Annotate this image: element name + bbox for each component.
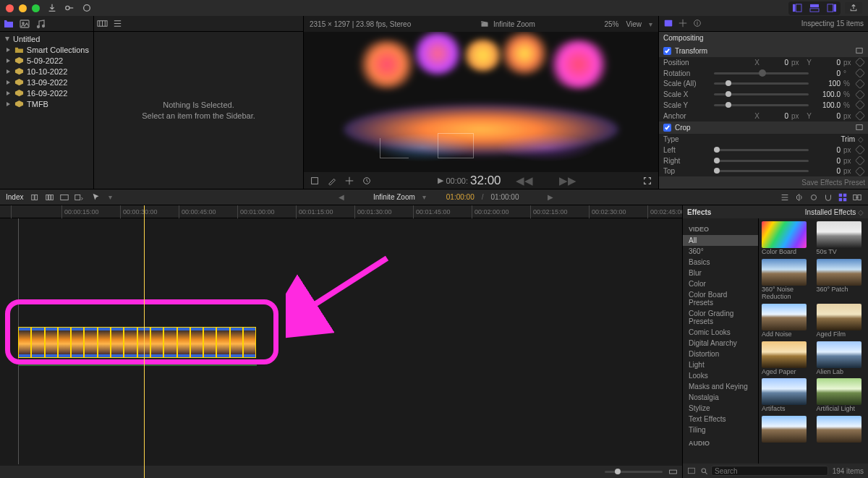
timeline-clip[interactable] bbox=[163, 327, 176, 358]
timeline-clip[interactable] bbox=[230, 327, 243, 358]
effects-category[interactable]: Color Board Presets bbox=[683, 289, 758, 308]
sidebar-item[interactable]: 5-09-2022 bbox=[3, 55, 90, 66]
effect-item[interactable]: Artifacts bbox=[762, 378, 811, 413]
viewer-canvas[interactable] bbox=[304, 32, 658, 172]
transform-tool-icon[interactable] bbox=[310, 176, 320, 186]
section-transform[interactable]: Transform bbox=[659, 44, 868, 57]
timeline-clip[interactable] bbox=[216, 327, 229, 358]
effects-category[interactable]: Stylize bbox=[683, 403, 758, 414]
effect-item[interactable]: Aged Film bbox=[817, 304, 866, 338]
effect-item[interactable]: 50s TV bbox=[817, 221, 866, 256]
timeline[interactable]: 00:00:15:0000:00:30:0000:00:45:0000:01:0… bbox=[0, 205, 682, 478]
select-tool-icon[interactable] bbox=[91, 192, 101, 202]
timeline-clip[interactable] bbox=[177, 327, 190, 358]
library-root[interactable]: Untitled bbox=[3, 33, 90, 44]
playhead[interactable] bbox=[144, 205, 145, 478]
selected-clips[interactable] bbox=[18, 327, 256, 359]
timeline-clip[interactable] bbox=[111, 327, 124, 358]
zoom-level[interactable]: 25% bbox=[604, 20, 618, 28]
clip-appearance-icon[interactable] bbox=[30, 192, 41, 202]
effect-item[interactable]: Color Board bbox=[762, 221, 811, 256]
crop-checkbox[interactable] bbox=[663, 124, 671, 132]
video-inspector-icon[interactable] bbox=[663, 18, 673, 28]
clip-appearance-menu[interactable] bbox=[74, 192, 84, 202]
close-window[interactable] bbox=[6, 4, 14, 12]
transitions-browser-icon[interactable] bbox=[852, 192, 862, 202]
filmstrip-view-icon[interactable] bbox=[97, 18, 108, 29]
effect-item[interactable]: Aged Paper bbox=[762, 341, 811, 376]
effect-item[interactable]: Alien Lab bbox=[817, 341, 866, 376]
effects-category[interactable]: Basics bbox=[683, 257, 758, 268]
effects-browser-icon[interactable] bbox=[838, 192, 848, 202]
library-icon[interactable] bbox=[3, 18, 14, 30]
effects-category[interactable]: Nostalgia bbox=[683, 392, 758, 403]
transform-checkbox[interactable] bbox=[663, 47, 671, 55]
timeline-clip[interactable] bbox=[150, 327, 163, 358]
effects-category[interactable]: Looks bbox=[683, 370, 758, 381]
index-button[interactable]: Index bbox=[6, 193, 23, 201]
section-crop[interactable]: Crop bbox=[659, 121, 868, 135]
snap-icon[interactable] bbox=[823, 192, 833, 202]
effects-category[interactable]: Digital Anarchy bbox=[683, 338, 758, 349]
keyframe-icon[interactable] bbox=[855, 57, 865, 67]
effects-category[interactable]: Blur bbox=[683, 268, 758, 278]
clip-appearance-icon2[interactable] bbox=[45, 192, 55, 202]
timeline-clip[interactable] bbox=[124, 327, 137, 358]
effects-category[interactable]: Distortion bbox=[683, 349, 758, 359]
section-reset-icon[interactable] bbox=[855, 124, 864, 131]
sidebar-item[interactable]: Smart Collections bbox=[3, 44, 90, 55]
info-inspector-icon[interactable] bbox=[692, 18, 702, 28]
sidebar-item[interactable]: 13-09-2022 bbox=[3, 77, 90, 88]
sidebar-item[interactable]: 16-09-2022 bbox=[3, 88, 90, 98]
photos-source-icon[interactable] bbox=[19, 18, 30, 30]
timeline-clip[interactable] bbox=[84, 327, 97, 358]
effect-item[interactable]: 360° Noise Reduction bbox=[762, 259, 811, 301]
timeline-clip[interactable] bbox=[203, 327, 216, 358]
save-preset-button[interactable]: Save Effects Preset bbox=[801, 179, 865, 187]
fullscreen-icon[interactable] bbox=[642, 176, 652, 186]
effect-item[interactable]: Artificial Light bbox=[817, 378, 866, 413]
search-input[interactable] bbox=[711, 466, 828, 476]
effects-category[interactable]: 360° bbox=[683, 246, 758, 257]
fullscreen-window[interactable] bbox=[32, 4, 40, 12]
clip-settings-icon[interactable] bbox=[668, 467, 678, 477]
effects-category[interactable]: Color bbox=[683, 278, 758, 289]
clip-appearance-icon3[interactable] bbox=[59, 192, 69, 202]
enhance-icon[interactable] bbox=[344, 176, 354, 186]
effects-category[interactable]: Text Effects bbox=[683, 414, 758, 424]
music-source-icon[interactable] bbox=[35, 18, 46, 30]
list-view-icon[interactable] bbox=[112, 18, 123, 29]
retime-icon[interactable] bbox=[362, 176, 372, 186]
timeline-clip[interactable] bbox=[58, 327, 71, 358]
timeline-clip[interactable] bbox=[98, 327, 111, 358]
skimming-icon[interactable] bbox=[780, 192, 790, 202]
layout-segmented[interactable] bbox=[788, 1, 841, 15]
effects-category[interactable]: Comic Looks bbox=[683, 327, 758, 338]
effect-item[interactable] bbox=[762, 416, 811, 443]
section-reset-icon[interactable] bbox=[855, 47, 864, 54]
sidebar-item[interactable]: TMFB bbox=[3, 98, 90, 109]
sidebar-item[interactable]: 10-10-2022 bbox=[3, 66, 90, 77]
background-tasks-icon[interactable] bbox=[82, 3, 92, 13]
import-icon[interactable] bbox=[47, 3, 57, 13]
installed-effects[interactable]: Installed Effects bbox=[805, 208, 856, 216]
project-name[interactable]: Infinite Zoom bbox=[373, 193, 415, 201]
timeline-clip[interactable] bbox=[45, 327, 58, 358]
timeline-clip[interactable] bbox=[18, 327, 31, 358]
audio-skim-icon[interactable] bbox=[794, 192, 804, 202]
share-button[interactable] bbox=[845, 2, 862, 14]
effects-category[interactable]: All bbox=[683, 235, 758, 246]
timeline-ruler[interactable]: 00:00:15:0000:00:30:0000:00:45:0000:01:0… bbox=[0, 205, 682, 218]
effects-category[interactable]: Tiling bbox=[683, 424, 758, 435]
section-compositing[interactable]: Compositing bbox=[659, 32, 868, 45]
effect-item[interactable]: Add Noise bbox=[762, 304, 811, 338]
timeline-zoom-slider[interactable] bbox=[605, 471, 663, 473]
effect-item[interactable]: 360° Patch bbox=[817, 259, 866, 301]
effects-category[interactable]: Masks and Keying bbox=[683, 381, 758, 392]
color-tool-icon[interactable] bbox=[327, 176, 337, 186]
timeline-clip[interactable] bbox=[71, 327, 84, 358]
view-menu[interactable]: View bbox=[626, 20, 642, 28]
timeline-clip[interactable] bbox=[190, 327, 203, 358]
timeline-clip[interactable] bbox=[243, 327, 256, 358]
keyword-icon[interactable] bbox=[64, 3, 75, 13]
